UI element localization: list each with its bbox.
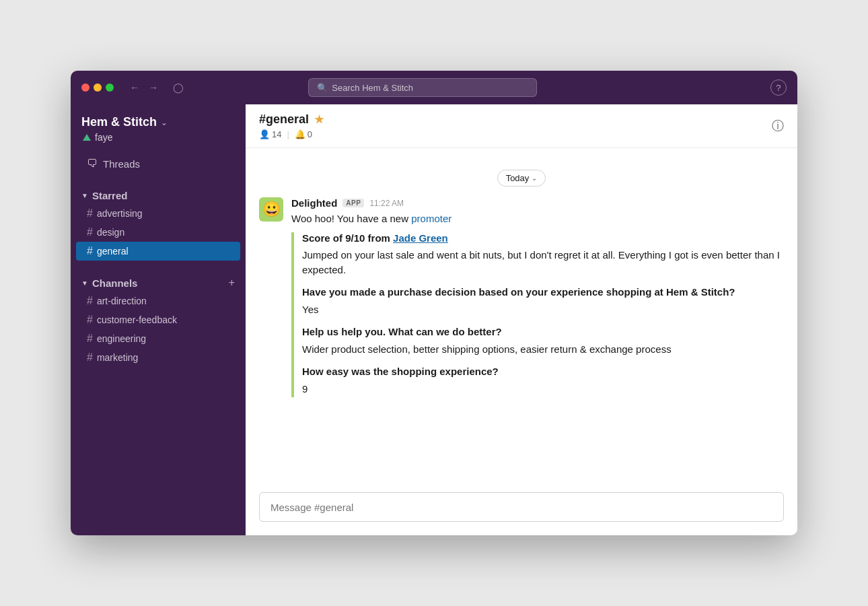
- history-button[interactable]: ◯: [169, 81, 188, 94]
- member-count: 👤 14: [259, 129, 281, 139]
- bell-icon: 🔔: [295, 129, 305, 139]
- date-chevron-icon: ⌄: [532, 174, 537, 182]
- user-status: faye: [81, 129, 235, 143]
- intro-text: Woo hoo! You have a new: [291, 213, 408, 224]
- starred-chevron-icon: ▼: [81, 192, 88, 199]
- starred-section: ▼ Starred # advertising # design # gener…: [71, 179, 246, 266]
- add-channel-button[interactable]: +: [229, 277, 235, 289]
- hash-icon: #: [87, 333, 93, 345]
- minimize-button[interactable]: [94, 83, 102, 92]
- sidebar: Hem & Stitch ⌄ faye 🗨 Threads ▼ Starred: [71, 104, 246, 535]
- card-answer-3: 9: [302, 382, 784, 397]
- timestamp: 11:22 AM: [369, 199, 404, 208]
- user-name: faye: [95, 132, 112, 143]
- card-answer-2: Wider product selection, better shipping…: [302, 342, 784, 358]
- date-divider: Today ⌄: [259, 170, 784, 187]
- channels-section: ▼ Channels + # art-direction # customer-…: [71, 266, 246, 372]
- notification-count-value: 0: [308, 129, 312, 139]
- notification-count: 🔔 0: [295, 129, 312, 139]
- member-icon: 👤: [259, 129, 270, 139]
- search-icon: 🔍: [317, 83, 328, 93]
- search-bar[interactable]: 🔍 Search Hem & Stitch: [308, 78, 537, 97]
- message-item: 😀 Delighted APP 11:22 AM Woo hoo! You ha…: [259, 197, 784, 404]
- maximize-button[interactable]: [106, 83, 114, 92]
- threads-label: Threads: [103, 158, 140, 170]
- workspace-name-text: Hem & Stitch: [81, 115, 157, 129]
- chat-area: #general ★ 👤 14 | 🔔 0: [246, 104, 797, 535]
- hash-icon: #: [87, 351, 93, 364]
- channel-name: advertising: [97, 208, 143, 219]
- channels-section-header[interactable]: ▼ Channels +: [71, 271, 246, 292]
- hash-icon: #: [87, 314, 93, 326]
- sender-name: Delighted: [291, 197, 337, 209]
- main-content: Hem & Stitch ⌄ faye 🗨 Threads ▼ Starred: [71, 104, 797, 535]
- card-question-1: Have you made a purchase decision based …: [302, 285, 784, 300]
- message-input[interactable]: [259, 492, 784, 522]
- hash-icon: #: [87, 226, 93, 238]
- hash-icon: #: [87, 207, 93, 220]
- titlebar: ← → ◯ 🔍 Search Hem & Stitch ?: [71, 71, 797, 104]
- meta-separator: |: [287, 129, 289, 139]
- sidebar-item-general[interactable]: # general: [76, 242, 240, 261]
- channel-name: art-direction: [97, 296, 147, 306]
- message-input-area: [246, 484, 797, 535]
- chat-header-left: #general ★ 👤 14 | 🔔 0: [259, 112, 324, 139]
- card-body: Jumped on your last sale and went a bit …: [302, 248, 784, 278]
- sidebar-item-threads[interactable]: 🗨 Threads: [76, 154, 240, 174]
- avatar: 😀: [259, 197, 283, 222]
- channel-name: design: [97, 227, 124, 238]
- star-icon[interactable]: ★: [314, 113, 324, 126]
- traffic-lights: [81, 83, 114, 92]
- chat-header: #general ★ 👤 14 | 🔔 0: [246, 104, 797, 148]
- member-count-value: 14: [272, 129, 281, 139]
- workspace-header: Hem & Stitch ⌄ faye: [71, 104, 246, 148]
- starred-section-header[interactable]: ▼ Starred: [71, 184, 246, 204]
- message-card: Score of 9/10 from Jade Green Jumped on …: [291, 232, 784, 397]
- search-placeholder: Search Hem & Stitch: [332, 83, 413, 93]
- score-label: Score of 9/10 from: [302, 232, 390, 244]
- message-header: Delighted APP 11:22 AM: [291, 197, 784, 209]
- back-button[interactable]: ←: [127, 81, 142, 94]
- channels-chevron-icon: ▼: [81, 279, 88, 287]
- channel-name: marketing: [97, 352, 138, 363]
- nav-buttons: ← →: [127, 81, 161, 94]
- sidebar-item-advertising[interactable]: # advertising: [76, 204, 240, 223]
- date-label: Today: [506, 173, 530, 183]
- sidebar-item-art-direction[interactable]: # art-direction: [76, 292, 240, 310]
- channel-name: engineering: [97, 333, 146, 344]
- channels-label: Channels: [92, 277, 138, 289]
- message-text: Woo hoo! You have a new promoter: [291, 211, 784, 227]
- help-button[interactable]: ?: [770, 79, 787, 96]
- sidebar-item-engineering[interactable]: # engineering: [76, 329, 240, 348]
- forward-button[interactable]: →: [146, 81, 161, 94]
- threads-icon: 🗨: [87, 158, 98, 170]
- starred-label: Starred: [92, 190, 128, 201]
- sidebar-item-customer-feedback[interactable]: # customer-feedback: [76, 310, 240, 329]
- message-content: Delighted APP 11:22 AM Woo hoo! You have…: [291, 197, 784, 404]
- info-button[interactable]: ⓘ: [772, 118, 784, 134]
- channel-title: #general ★: [259, 112, 324, 127]
- card-answer-1: Yes: [302, 302, 784, 318]
- sidebar-item-marketing[interactable]: # marketing: [76, 348, 240, 367]
- hash-icon: #: [87, 245, 93, 257]
- date-badge[interactable]: Today ⌄: [497, 170, 546, 187]
- sidebar-item-design[interactable]: # design: [76, 223, 240, 242]
- channel-meta: 👤 14 | 🔔 0: [259, 129, 324, 139]
- score-link[interactable]: Jade Green: [393, 232, 448, 244]
- chat-messages: Today ⌄ 😀 Delighted APP 11:22 AM Woo hoo…: [246, 148, 797, 484]
- card-question-3: How easy was the shopping experience?: [302, 364, 784, 380]
- workspace-name-button[interactable]: Hem & Stitch ⌄: [81, 115, 235, 129]
- card-score: Score of 9/10 from Jade Green: [302, 232, 784, 244]
- workspace-chevron-icon: ⌄: [161, 118, 168, 127]
- app-badge: APP: [342, 199, 364, 207]
- card-question-2: Help us help you. What can we do better?: [302, 325, 784, 340]
- status-dot-icon: [83, 134, 91, 141]
- channel-title-text: #general: [259, 112, 309, 127]
- close-button[interactable]: [81, 83, 89, 92]
- threads-section: 🗨 Threads: [71, 148, 246, 179]
- promoter-link[interactable]: promoter: [411, 213, 451, 224]
- channel-name: customer-feedback: [97, 314, 177, 325]
- channel-name: general: [97, 246, 129, 257]
- hash-icon: #: [87, 295, 93, 307]
